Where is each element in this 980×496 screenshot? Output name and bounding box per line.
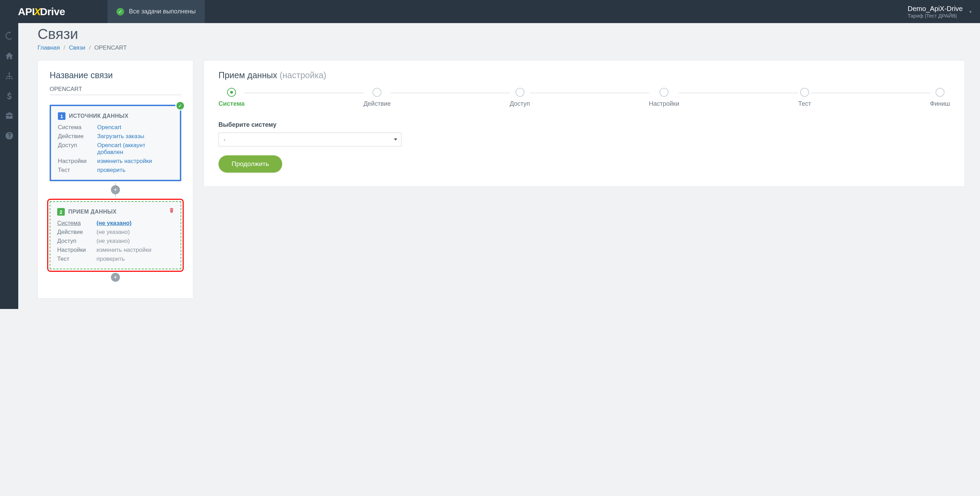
dest-action-value: (не указано)	[97, 229, 174, 235]
row-label: Тест	[58, 167, 95, 173]
step-action[interactable]: Действие	[364, 88, 391, 108]
step-settings[interactable]: Настройки	[649, 88, 679, 108]
connector: +	[49, 272, 181, 282]
source-test-link[interactable]: проверить	[97, 167, 126, 173]
trash-icon[interactable]	[169, 207, 174, 214]
sidenav-briefcase-icon[interactable]	[0, 107, 18, 125]
step-rail	[811, 93, 931, 93]
step-access[interactable]: Доступ	[510, 88, 530, 108]
dest-number: 2	[57, 208, 65, 216]
logo-drive: Drive	[40, 6, 65, 17]
sidenav-home-icon[interactable]	[0, 46, 18, 65]
row-label: Тест	[57, 256, 94, 262]
connection-name[interactable]: OPENCART	[49, 86, 181, 95]
left-panel-heading: Название связи	[49, 70, 181, 80]
logo-api: API	[18, 6, 35, 17]
source-title: ИСТОЧНИК ДАННЫХ	[69, 113, 129, 119]
sidenav-help-icon[interactable]	[0, 126, 18, 145]
step-caption: Финиш	[930, 100, 950, 108]
connector: +	[49, 183, 181, 196]
account-tariff: Тариф |Тест ДРАЙВ|	[908, 13, 963, 19]
step-test[interactable]: Тест	[798, 88, 811, 108]
right-panel: Прием данных (настройка) Система Действи…	[204, 60, 965, 187]
account-name: Demo_ApiX-Drive	[908, 5, 963, 13]
row-label: Действие	[58, 133, 95, 140]
source-system-link[interactable]: Opencart	[97, 124, 121, 130]
sidenav-login-icon[interactable]	[0, 27, 18, 45]
logo[interactable]: API X Drive	[0, 0, 108, 23]
row-label: Действие	[57, 229, 94, 235]
dest-settings-link[interactable]: изменить настройки	[97, 246, 174, 253]
select-wrap: -	[218, 133, 401, 146]
row-label: Настройки	[57, 246, 94, 253]
caret-down-icon: ▾	[969, 9, 972, 14]
breadcrumb-current: OPENCART	[94, 45, 127, 51]
sidenav	[0, 23, 18, 309]
check-icon: ✓	[175, 101, 185, 111]
connector-line	[115, 194, 116, 196]
check-icon: ✓	[116, 8, 124, 16]
tasks-status-text: Все задачи выполнены	[129, 8, 196, 15]
select-system-label: Выберите систему	[218, 121, 950, 129]
step-caption: Система	[218, 100, 245, 108]
step-caption: Настройки	[649, 100, 679, 108]
system-select[interactable]: -	[218, 133, 401, 146]
sidenav-billing-icon[interactable]	[0, 86, 18, 105]
dest-system-link[interactable]: (не указано)	[97, 220, 174, 227]
right-panel-heading: Прием данных (настройка)	[218, 70, 950, 80]
row-label: Система	[57, 220, 94, 227]
add-step-button[interactable]: +	[111, 273, 120, 282]
step-dot	[935, 88, 945, 97]
row-label: Система	[58, 124, 95, 131]
breadcrumb-connections[interactable]: Связи	[69, 45, 86, 51]
step-dot	[372, 88, 382, 97]
dest-title: ПРИЕМ ДАННЫХ	[68, 209, 117, 215]
source-block[interactable]: ✓ 1 ИСТОЧНИК ДАННЫХ Система Opencart Дей…	[49, 105, 181, 181]
step-dot	[660, 88, 668, 97]
step-caption: Действие	[364, 100, 391, 108]
source-action-link[interactable]: Загрузить заказы	[97, 133, 145, 140]
tasks-status: ✓ Все задачи выполнены	[108, 0, 205, 23]
dest-block[interactable]: 2 ПРИЕМ ДАННЫХ Система (не указано) Дейс…	[49, 201, 181, 269]
step-rail	[244, 93, 364, 93]
step-system[interactable]: Система	[218, 88, 245, 108]
source-access-link[interactable]: Opencart (аккаунт добавлен	[97, 142, 145, 155]
left-panel: Название связи OPENCART ✓ 1 ИСТОЧНИК ДАН…	[38, 60, 193, 299]
step-caption: Тест	[798, 100, 811, 108]
stepper: Система Действие Доступ На	[218, 88, 950, 108]
main: Связи Главная / Связи / OPENCART Названи…	[18, 23, 980, 309]
sidenav-connections-icon[interactable]	[0, 67, 18, 85]
step-rail	[530, 93, 649, 93]
step-finish[interactable]: Финиш	[930, 88, 950, 108]
page-title: Связи	[38, 26, 965, 42]
source-settings-link[interactable]: изменить настройки	[97, 158, 152, 164]
step-dot	[227, 88, 236, 97]
step-dot	[800, 88, 809, 97]
step-caption: Доступ	[510, 100, 530, 108]
breadcrumb-sep: /	[89, 45, 91, 51]
row-label: Доступ	[57, 238, 94, 245]
breadcrumb-home[interactable]: Главная	[38, 45, 60, 51]
breadcrumb-sep: /	[64, 45, 65, 51]
account-menu[interactable]: Demo_ApiX-Drive Тариф |Тест ДРАЙВ| ▾	[899, 0, 980, 23]
continue-button[interactable]: Продолжить	[218, 155, 282, 173]
step-rail	[679, 93, 799, 93]
row-label: Доступ	[58, 142, 95, 156]
add-step-button[interactable]: +	[111, 185, 120, 194]
dest-test-link[interactable]: проверить	[97, 256, 174, 262]
topbar: API X Drive ✓ Все задачи выполнены Demo_…	[0, 0, 980, 23]
breadcrumb: Главная / Связи / OPENCART	[38, 45, 965, 51]
right-heading-main: Прием данных	[218, 70, 277, 80]
dest-access-value: (не указано)	[97, 238, 174, 245]
source-number: 1	[58, 112, 65, 120]
right-heading-sub: (настройка)	[280, 70, 326, 80]
row-label: Настройки	[58, 158, 95, 165]
step-rail	[390, 93, 510, 93]
step-dot	[515, 88, 525, 97]
